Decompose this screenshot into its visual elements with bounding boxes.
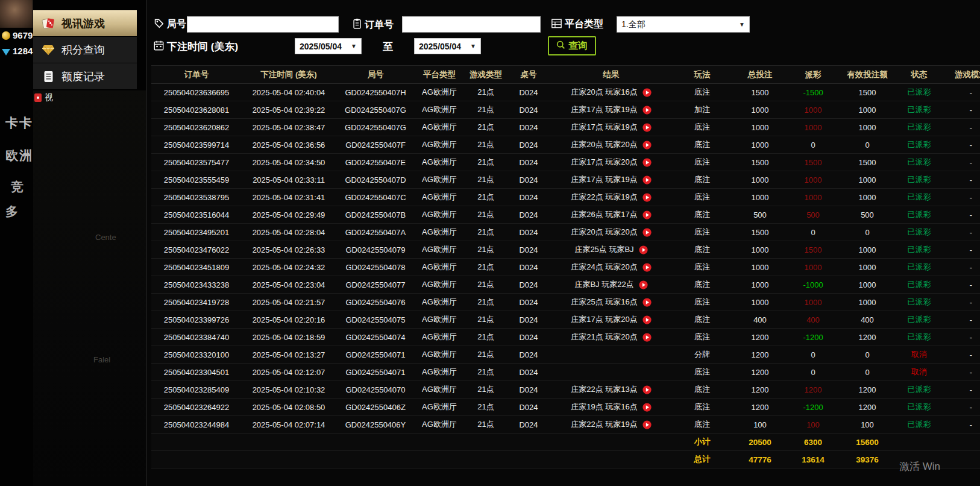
platform-type-select[interactable]: 1.全部 ▼: [617, 16, 750, 33]
cell-order-id: 250504023419728: [151, 294, 242, 311]
cell-bet-time: 2025-05-04 02:33:11: [242, 171, 336, 189]
cell-play-type: 底注: [673, 381, 731, 399]
replay-play-icon[interactable]: [642, 193, 652, 202]
replay-play-icon[interactable]: [642, 88, 652, 97]
cell-bet-time: 2025-05-04 02:39:22: [242, 101, 336, 119]
cell-play-type: 底注: [673, 154, 731, 171]
round-number-label-text: 局号: [167, 18, 186, 31]
sidebar: 视讯游戏 积分查询 额度记录: [33, 10, 137, 90]
cell-bet-time: 2025-05-04 02:10:32: [242, 381, 336, 399]
cell-game-mode: -: [941, 399, 980, 416]
cell-table-no: D024: [508, 259, 549, 276]
sidebar-item-video-games[interactable]: 视讯游戏: [33, 10, 137, 37]
result-text: 庄家26点 玩家17点: [571, 210, 638, 219]
order-number-label-text: 订单号: [365, 19, 394, 31]
lobby-label: 欧洲: [5, 147, 33, 164]
cell-valid-bet: 1200: [837, 399, 897, 416]
cell-round-id: GD02425504070: [336, 381, 415, 399]
subtotal-total-bet: 20500: [731, 434, 789, 451]
subtotal-payout: 6300: [789, 434, 837, 451]
date-to-select[interactable]: 2025/05/04 ▼: [414, 38, 481, 54]
sidebar-item-credit-records[interactable]: 额度记录: [33, 63, 137, 90]
cell-game-type: 21点: [463, 416, 508, 434]
cell-order-id: 250504023495201: [151, 224, 242, 241]
result-text: 庄家22点 玩家13点: [571, 385, 638, 394]
total-valid-bet: 39376: [837, 451, 897, 469]
cell-order-id: 250504023320100: [151, 346, 242, 364]
cell-payout: 1000: [789, 259, 837, 276]
table-row: 2505040235754772025-05-04 02:34:50GD0242…: [151, 154, 980, 171]
cell-valid-bet: 1500: [837, 154, 897, 171]
replay-play-icon[interactable]: [642, 315, 652, 324]
chevron-down-icon: ▼: [739, 21, 745, 28]
round-number-input[interactable]: [187, 16, 339, 33]
replay-play-icon[interactable]: [642, 158, 652, 167]
table-row: 2505040234197282025-05-04 02:21:57GD0242…: [151, 294, 980, 311]
date-from-select[interactable]: 2025/05/04 ▼: [295, 38, 362, 54]
table-row: 2505040233201002025-05-04 02:13:27GD0242…: [151, 346, 980, 364]
search-button[interactable]: 查询: [548, 36, 596, 55]
cell-game-mode: -: [941, 224, 980, 241]
replay-play-icon[interactable]: [642, 106, 652, 115]
cell-game-mode: -: [941, 101, 980, 119]
replay-play-icon[interactable]: [642, 228, 652, 237]
cell-status: 已派彩: [897, 189, 941, 206]
cell-result: 庄家17点 玩家20点: [549, 154, 673, 171]
cell-payout: 1000: [789, 119, 837, 136]
cell-table-no: D024: [508, 381, 549, 399]
replay-play-icon[interactable]: [642, 140, 652, 150]
replay-play-icon[interactable]: [642, 175, 652, 185]
cell-payout: -1000: [789, 276, 837, 294]
cell-result: 庄家22点 玩家19点: [549, 416, 673, 434]
replay-play-icon[interactable]: [642, 403, 652, 412]
cell-game-type: 21点: [463, 294, 508, 311]
replay-play-icon[interactable]: [642, 263, 652, 272]
order-number-input[interactable]: [402, 16, 541, 33]
cell-game-type: 21点: [463, 364, 508, 381]
table-row: 2505040233045012025-05-04 02:12:07GD0242…: [151, 364, 980, 381]
lobby-label: 卡卡: [5, 115, 33, 131]
table-header-row: 订单号 下注时间 (美东) 局号 平台类型 游戏类型 桌号 结果 玩法 总投注 …: [151, 66, 980, 84]
cell-round-id: GD0242550406Z: [336, 399, 415, 416]
replay-play-icon[interactable]: [642, 420, 652, 429]
replay-play-icon[interactable]: [639, 280, 648, 289]
subtotal-valid-bet: 15600: [837, 434, 897, 451]
cell-bet-time: 2025-05-04 02:40:04: [242, 84, 336, 101]
cell-bet-time: 2025-05-04 02:07:14: [242, 416, 336, 434]
total-row: 总计 47776 13614 39376: [151, 451, 980, 469]
cell-platform: AG欧洲厅: [415, 206, 463, 224]
total-payout: 13614: [789, 451, 837, 469]
bet-time-label: 下注时间 (美东): [154, 40, 238, 54]
replay-play-icon[interactable]: [642, 298, 652, 307]
cell-status: 已派彩: [897, 206, 941, 224]
cell-total-bet: 1200: [731, 399, 789, 416]
cell-status: 已派彩: [897, 416, 941, 434]
replay-play-icon[interactable]: [642, 333, 652, 342]
header-order-id: 订单号: [151, 66, 242, 84]
cell-result: [549, 346, 673, 364]
replay-play-icon[interactable]: [642, 385, 652, 394]
cell-payout: 1500: [789, 154, 837, 171]
cell-valid-bet: 1200: [837, 329, 897, 346]
cell-total-bet: 100: [731, 416, 789, 434]
cell-round-id: GD0242550407E: [336, 154, 415, 171]
cell-result: 庄家21点 玩家20点: [549, 329, 673, 346]
cell-status: 已派彩: [897, 241, 941, 259]
cell-table-no: D024: [508, 84, 549, 101]
sidebar-item-points-query[interactable]: 积分查询: [33, 37, 137, 63]
cell-total-bet: 1200: [731, 381, 789, 399]
replay-play-icon[interactable]: [642, 210, 652, 219]
subtotal-row: 小计 20500 6300 15600: [151, 434, 980, 451]
cell-valid-bet: 0: [837, 136, 897, 154]
filter-bar: 局号 订单号 平台类型 1.全部 ▼: [146, 0, 980, 65]
cell-table-no: D024: [508, 154, 549, 171]
cell-result: 庄家25点 玩家16点: [549, 294, 673, 311]
tag-icon: [154, 18, 164, 31]
replay-play-icon[interactable]: [642, 123, 652, 132]
replay-play-icon[interactable]: [639, 245, 648, 254]
cell-valid-bet: 0: [837, 224, 897, 241]
cell-status: 取消: [897, 364, 941, 381]
cell-bet-time: 2025-05-04 02:36:56: [242, 136, 336, 154]
cell-bet-time: 2025-05-04 02:29:49: [242, 206, 336, 224]
cell-table-no: D024: [508, 119, 549, 136]
